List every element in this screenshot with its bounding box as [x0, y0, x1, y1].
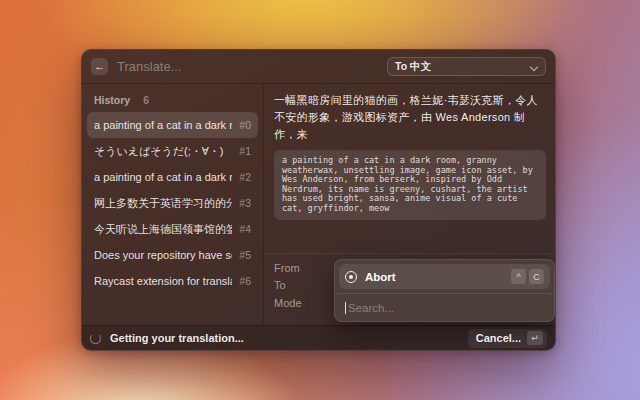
history-item-text: a painting of a cat in a dark room,... [94, 119, 232, 131]
history-item-text: 今天听说上海德国领事馆的签证预约... [94, 222, 232, 237]
return-key-icon: ↵ [527, 331, 543, 345]
history-item-1[interactable]: そういえばそうだ(;・∀・) #1 [87, 138, 258, 164]
status-bar: Getting your translation... Cancel... ↵ [82, 325, 555, 350]
back-button[interactable]: ← [91, 58, 108, 75]
translate-window: ← Translate... To 中文 History 6 a paintin… [81, 49, 556, 351]
c-keycap: C [529, 269, 544, 284]
search-placeholder: Search... [347, 302, 394, 314]
history-item-text: a painting of a cat in a dark room,... [94, 171, 232, 183]
history-item-index: #3 [239, 197, 251, 209]
abort-action-item[interactable]: Abort ^ C [339, 264, 550, 289]
history-item-index: #0 [239, 119, 251, 131]
translation-result-text: 一幅黑暗房间里的猫的画，格兰妮·韦瑟沃克斯，令人不安的形象，游戏图标资产，由 W… [274, 92, 546, 143]
chevron-down-icon [531, 63, 538, 70]
history-item-3[interactable]: 网上多数关于英语学习的的分享，都... #3 [87, 190, 258, 216]
history-count: 6 [143, 94, 149, 106]
history-item-text: そういえばそうだ(;・∀・) [94, 144, 232, 159]
history-item-5[interactable]: Does your repository have so man... #5 [87, 242, 258, 268]
metadata-label: Mode [274, 297, 302, 309]
top-bar: ← Translate... To 中文 [82, 50, 555, 84]
actions-search-input[interactable]: Search... [335, 294, 554, 322]
status-message: Getting your translation... [110, 332, 244, 344]
cancel-button[interactable]: Cancel... ↵ [468, 329, 547, 348]
history-item-6[interactable]: Raycast extension for translation... #6 [87, 268, 258, 294]
query-input[interactable]: Translate... [117, 59, 182, 74]
history-item-index: #1 [239, 145, 251, 157]
metadata-divider [264, 253, 555, 254]
text-caret [345, 302, 346, 314]
history-item-index: #2 [239, 171, 251, 183]
target-language-label: To 中文 [395, 60, 431, 74]
cancel-label: Cancel... [476, 332, 521, 344]
ctrl-keycap: ^ [511, 269, 526, 284]
history-item-index: #6 [239, 275, 251, 287]
history-item-text: Raycast extension for translation... [94, 275, 232, 287]
history-item-index: #4 [239, 223, 251, 235]
abort-action-label: Abort [365, 271, 396, 283]
source-text-block: a painting of a cat in a dark room, gran… [274, 150, 546, 220]
history-item-index: #5 [239, 249, 251, 261]
loading-spinner-icon [90, 333, 101, 344]
back-arrow-icon: ← [94, 61, 105, 72]
history-title: History [94, 94, 130, 106]
metadata-label: From [274, 262, 300, 274]
history-item-text: 网上多数关于英语学习的的分享，都... [94, 196, 232, 211]
actions-popover: Abort ^ C Search... [334, 259, 555, 322]
history-item-text: Does your repository have so man... [94, 249, 232, 261]
history-panel: History 6 a painting of a cat in a dark … [82, 84, 264, 325]
abort-record-icon [345, 271, 357, 283]
desktop: { "colors": { "bg_top_left": "#dc6f3c", … [0, 0, 640, 400]
target-language-dropdown[interactable]: To 中文 [387, 57, 546, 76]
history-item-0[interactable]: a painting of a cat in a dark room,... #… [87, 112, 258, 138]
shortcut-keys: ^ C [511, 269, 544, 284]
metadata-label: To [274, 279, 286, 291]
history-item-4[interactable]: 今天听说上海德国领事馆的签证预约... #4 [87, 216, 258, 242]
history-item-2[interactable]: a painting of a cat in a dark room,... #… [87, 164, 258, 190]
history-header: History 6 [87, 87, 258, 112]
